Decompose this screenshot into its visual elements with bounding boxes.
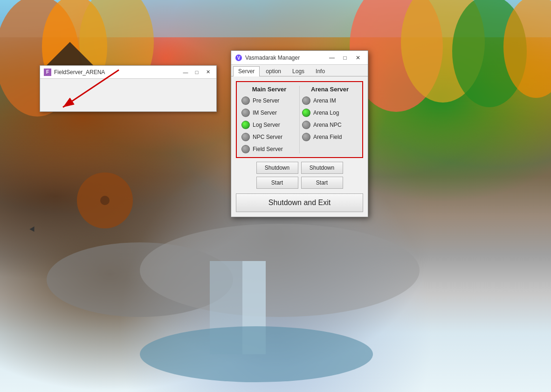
shutdown-exit-button[interactable]: Shutdown and Exit	[236, 193, 363, 212]
svg-text:V: V	[237, 55, 241, 61]
arena-start-button[interactable]: Start	[301, 177, 343, 189]
arena-field-item[interactable]: Arena Field	[302, 133, 358, 141]
arena-im-label: Arena IM	[313, 97, 336, 104]
field-server-label: Field Server	[253, 146, 283, 152]
arena-npc-status-dot	[302, 121, 310, 129]
arena-npc-label: Arena NPC	[313, 122, 342, 128]
column-divider	[299, 86, 300, 153]
arena-log-status-dot	[302, 109, 310, 117]
pre-server-item[interactable]: Pre Server	[241, 96, 297, 105]
field-minimize-button[interactable]: —	[181, 69, 190, 76]
im-server-label: IM Server	[253, 110, 277, 116]
manager-window: V Vasmadarak Manager — □ ✕ Server option…	[231, 50, 368, 217]
arena-im-item[interactable]: Arena IM	[302, 96, 358, 105]
field-window-title: FieldServer_ARENA	[54, 69, 105, 76]
field-server-status-dot	[241, 145, 250, 153]
field-window-icon: F	[44, 69, 51, 76]
npc-server-status-dot	[241, 133, 250, 141]
manager-titlebar: V Vasmadarak Manager — □ ✕	[231, 51, 368, 65]
log-server-label: Log Server	[253, 122, 280, 128]
manager-content: Main Server Pre Server IM Server Log Ser…	[231, 76, 368, 217]
server-panel: Main Server Pre Server IM Server Log Ser…	[236, 81, 363, 158]
npc-server-item[interactable]: NPC Server	[241, 133, 297, 141]
tab-option[interactable]: option	[261, 66, 286, 76]
field-server-item[interactable]: Field Server	[241, 145, 297, 153]
field-window-controls: — □ ✕	[181, 69, 213, 76]
field-window-title-area: F FieldServer_ARENA	[44, 69, 105, 76]
arena-log-item[interactable]: Arena Log	[302, 109, 358, 117]
field-maximize-button[interactable]: □	[192, 69, 201, 76]
manager-window-controls: — □ ✕	[326, 53, 364, 63]
arena-server-column: Arena Server Arena IM Arena Log Arena NP…	[302, 86, 358, 153]
manager-title-text: Vasmadarak Manager	[245, 55, 300, 61]
manager-close-button[interactable]: ✕	[352, 53, 364, 63]
log-server-status-dot	[241, 121, 250, 129]
shutdown-start-row: Shutdown Shutdown	[236, 162, 363, 174]
main-server-header: Main Server	[241, 86, 297, 93]
arena-field-label: Arena Field	[313, 134, 342, 140]
field-close-button[interactable]: ✕	[203, 69, 213, 76]
tab-server[interactable]: Server	[233, 66, 260, 76]
tab-logs[interactable]: Logs	[287, 66, 310, 76]
arena-npc-item[interactable]: Arena NPC	[302, 121, 358, 129]
main-start-button[interactable]: Start	[256, 177, 298, 189]
manager-minimize-button[interactable]: —	[326, 53, 338, 63]
manager-maximize-button[interactable]: □	[339, 53, 351, 63]
arena-im-status-dot	[302, 96, 310, 105]
server-columns: Main Server Pre Server IM Server Log Ser…	[241, 86, 358, 153]
pre-server-label: Pre Server	[253, 97, 279, 104]
arena-server-header: Arena Server	[302, 86, 358, 93]
manager-title-area: V Vasmadarak Manager	[235, 54, 300, 62]
im-server-item[interactable]: IM Server	[241, 109, 297, 117]
field-server-window: F FieldServer_ARENA — □ ✕	[40, 65, 217, 112]
arena-log-label: Arena Log	[313, 110, 339, 116]
arena-shutdown-button[interactable]: Shutdown	[301, 162, 343, 174]
im-server-status-dot	[241, 109, 250, 117]
npc-server-label: NPC Server	[253, 134, 282, 140]
manager-app-icon: V	[235, 54, 242, 62]
log-server-item[interactable]: Log Server	[241, 121, 297, 129]
arena-field-status-dot	[302, 133, 310, 141]
pre-server-status-dot	[241, 96, 250, 105]
main-shutdown-button[interactable]: Shutdown	[256, 162, 298, 174]
field-window-titlebar: F FieldServer_ARENA — □ ✕	[40, 66, 216, 79]
start-row: Start Start	[236, 177, 363, 189]
main-server-column: Main Server Pre Server IM Server Log Ser…	[241, 86, 297, 153]
tab-info[interactable]: Info	[310, 66, 330, 76]
tab-bar: Server option Logs Info	[231, 65, 368, 76]
